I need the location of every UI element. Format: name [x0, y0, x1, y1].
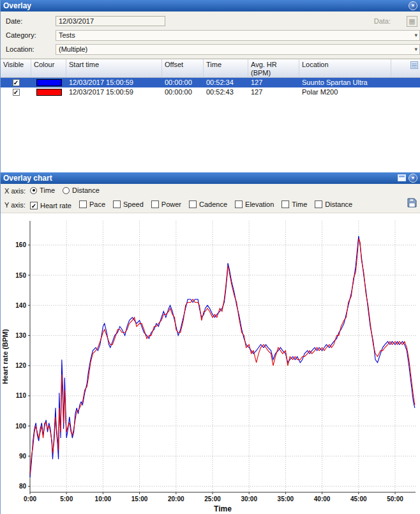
option-label: Distance	[325, 200, 352, 208]
check-icon: ✓	[13, 89, 19, 96]
column-chooser-icon[interactable]	[410, 61, 418, 70]
xaxis-radio-distance[interactable]: Distance	[63, 186, 100, 194]
svg-text:Heart rate (BPM): Heart rate (BPM)	[1, 329, 9, 384]
column-header-offset[interactable]: Offset	[162, 59, 204, 77]
column-header-location[interactable]: Location	[299, 59, 391, 77]
colour-cell	[31, 79, 66, 86]
y-axis-options: ✓Heart ratePaceSpeedPowerCadenceElevatio…	[30, 200, 360, 210]
location-cell: Suunto Spartan Ultra	[299, 78, 391, 87]
category-row: Category: Tests ▾	[1, 28, 420, 42]
date-label: Date:	[1, 17, 56, 25]
checkbox-icon	[151, 200, 159, 208]
avg-hr-cell: 127	[248, 78, 299, 87]
checkbox-icon	[113, 200, 121, 208]
yaxis-checkbox-heart-rate[interactable]: ✓Heart rate	[30, 202, 71, 209]
collapse-chart-button[interactable]: ▼	[409, 174, 417, 183]
option-label: Heart rate	[40, 202, 71, 209]
checkbox-icon: ✓	[30, 202, 38, 209]
svg-text:120: 120	[15, 362, 26, 369]
panel-title: Overlay	[3, 1, 406, 10]
save-button[interactable]	[407, 198, 417, 210]
checkbox-icon	[281, 200, 289, 208]
column-header-colour[interactable]: Colour	[31, 59, 66, 77]
svg-text:45:00: 45:00	[350, 495, 367, 503]
svg-text:10:00: 10:00	[95, 495, 112, 503]
visible-checkbox[interactable]: ✓	[13, 89, 20, 96]
table-header: Visible Colour Start time Offset Time Av…	[1, 59, 420, 78]
popout-window-icon[interactable]	[398, 172, 406, 184]
data-button[interactable]: ▦	[407, 16, 417, 27]
category-value: Tests	[59, 31, 75, 39]
x-axis-row: X axis: TimeDistance	[1, 184, 420, 198]
yaxis-checkbox-time[interactable]: Time	[281, 200, 307, 208]
location-row: Location: (Multiple) ▾	[1, 42, 420, 56]
offset-cell: 00:00:00	[162, 87, 204, 97]
heart-rate-chart: 80901001101201301401501600:005:0010:0015…	[1, 213, 420, 514]
column-header-visible[interactable]: Visible	[1, 59, 31, 77]
overlay-window: Overlay ▼ Date: Data: ▦ Category: Tests …	[0, 0, 420, 514]
chevron-down-icon: ▾	[414, 46, 417, 52]
yaxis-checkbox-cadence[interactable]: Cadence	[189, 200, 227, 208]
yaxis-checkbox-pace[interactable]: Pace	[79, 200, 105, 208]
category-label: Category:	[1, 31, 56, 39]
collapse-panel-button[interactable]: ▼	[409, 1, 417, 10]
table-empty-area	[1, 97, 420, 172]
save-icon	[407, 198, 417, 208]
location-select[interactable]: (Multiple) ▾	[56, 44, 420, 55]
yaxis-checkbox-elevation[interactable]: Elevation	[235, 200, 274, 208]
svg-text:5:00: 5:00	[60, 495, 73, 503]
svg-text:110: 110	[16, 392, 27, 399]
svg-text:30:00: 30:00	[241, 495, 257, 503]
checkbox-icon	[235, 200, 243, 208]
yaxis-checkbox-speed[interactable]: Speed	[113, 200, 144, 208]
table-row[interactable]: ✓ 12/03/2017 15:00:59 00:00:00 00:52:43 …	[1, 87, 420, 97]
overlay-titlebar: Overlay ▼	[1, 0, 420, 11]
offset-cell: 00:00:00	[162, 78, 204, 87]
data-grid-icon: ▦	[409, 17, 415, 25]
option-label: Pace	[89, 200, 105, 208]
svg-text:90: 90	[19, 453, 27, 460]
visible-checkbox[interactable]: ✓	[13, 79, 20, 86]
svg-text:0:00: 0:00	[24, 495, 36, 503]
chevron-down-icon: ▼	[411, 176, 416, 180]
option-label: Time	[40, 186, 55, 194]
visible-cell: ✓	[1, 89, 31, 96]
option-label: Time	[292, 200, 307, 208]
table-row[interactable]: ✓ 12/03/2017 15:00:59 00:00:00 00:52:34 …	[1, 78, 420, 87]
overlay-chart-titlebar: Overlay chart ▼	[1, 172, 420, 184]
option-label: Distance	[72, 186, 100, 194]
column-header-start-time[interactable]: Start time	[66, 59, 162, 77]
radio-icon	[63, 187, 70, 194]
svg-text:150: 150	[15, 272, 26, 279]
svg-text:160: 160	[15, 241, 26, 248]
svg-text:80: 80	[19, 483, 27, 490]
y-axis-row: Y axis: ✓Heart ratePaceSpeedPowerCadence…	[1, 198, 420, 212]
checkbox-icon	[315, 200, 322, 208]
colour-swatch[interactable]	[36, 79, 62, 86]
category-select[interactable]: Tests ▾	[56, 30, 420, 41]
overlay-form: Date: Data: ▦ Category: Tests ▾ Location…	[1, 11, 420, 59]
date-input[interactable]	[56, 16, 165, 26]
overlay-chart: 80901001101201301401501600:005:0010:0015…	[1, 213, 420, 514]
svg-text:50:00: 50:00	[387, 495, 403, 503]
svg-text:20:00: 20:00	[168, 495, 184, 503]
chart-panel-title: Overlay chart	[3, 174, 395, 183]
column-header-time[interactable]: Time	[204, 59, 248, 77]
column-header-avg-hr[interactable]: Avg. HR (BPM)	[248, 59, 299, 77]
svg-text:130: 130	[15, 332, 26, 339]
start-time-cell: 12/03/2017 15:00:59	[66, 78, 162, 87]
svg-text:40:00: 40:00	[314, 495, 331, 503]
x-axis-label: X axis:	[4, 187, 30, 195]
svg-text:35:00: 35:00	[278, 495, 294, 503]
yaxis-checkbox-power[interactable]: Power	[151, 200, 181, 208]
yaxis-checkbox-distance[interactable]: Distance	[315, 200, 352, 208]
colour-cell	[31, 89, 66, 96]
xaxis-radio-time[interactable]: Time	[30, 186, 55, 194]
avg-hr-cell: 127	[248, 87, 299, 97]
y-axis-label: Y axis:	[4, 201, 30, 209]
data-label: Data:	[374, 17, 391, 25]
colour-swatch[interactable]	[36, 89, 62, 96]
start-time-cell: 12/03/2017 15:00:59	[66, 87, 162, 97]
time-cell: 00:52:34	[204, 78, 248, 87]
svg-text:100: 100	[15, 423, 26, 430]
